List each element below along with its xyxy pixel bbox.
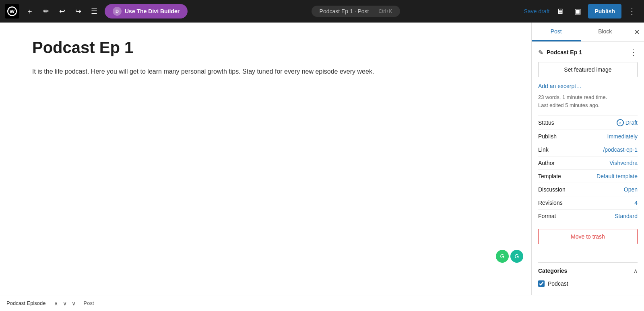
sidebar-toggle-button[interactable]: ▣ [570, 4, 585, 19]
template-label: Template [538, 173, 561, 179]
author-value[interactable]: Vishvendra [609, 160, 638, 166]
sidebar-options-button[interactable]: ⋮ [630, 48, 638, 56]
word-count-text: 23 words, 1 minute read time. Last edite… [538, 93, 638, 109]
search-shortcut: Ctrl+K [379, 8, 392, 14]
divi-label: Use The Divi Builder [125, 8, 180, 14]
more-options-icon: ⋮ [628, 6, 636, 16]
discussion-label: Discussion [538, 186, 566, 193]
svg-text:W: W [10, 8, 15, 14]
post-content[interactable]: It is the life podcast. Here you will ge… [32, 66, 499, 77]
chevron-down-icon: ∨ [63, 300, 67, 307]
editor-area: Podcast Ep 1 It is the life podcast. Her… [0, 23, 531, 295]
toolbar-right: Save draft 🖥 ▣ Publish ⋮ [524, 4, 639, 19]
wp-logo: W [5, 4, 19, 19]
link-label: Link [538, 146, 549, 153]
sidebar-close-button[interactable]: ✕ [630, 25, 644, 39]
redo-button[interactable]: ↪ [71, 4, 85, 19]
toolbar-more-button[interactable]: ⋮ [625, 4, 639, 19]
grammarly-button-2[interactable]: G [510, 250, 523, 263]
chevron-down-button[interactable]: ∨ [61, 299, 68, 307]
divi-logo-icon: D [113, 7, 122, 16]
template-row: Template Default template [538, 169, 638, 183]
format-value[interactable]: Standard [615, 213, 638, 219]
chevron-up-icon: ∧ [634, 268, 638, 274]
grammarly-icon-1: G [500, 253, 505, 260]
revisions-value[interactable]: 4 [634, 200, 638, 206]
grammarly-icon-2: G [515, 253, 519, 260]
search-placeholder: Podcast Ep 1 · Post [320, 8, 369, 14]
category-podcast-item: Podcast [538, 279, 638, 288]
publish-label: Publish [538, 133, 557, 140]
status-bar: Podcast Episode ∧ ∨ ∨ Post [0, 295, 644, 311]
block-nav-chevrons: ∧ ∨ ∨ [52, 299, 77, 307]
revisions-row: Revisions 4 [538, 196, 638, 209]
categories-header: Categories ∧ [538, 262, 638, 279]
pen-icon: ✎ [538, 49, 543, 56]
author-row: Author Vishvendra [538, 156, 638, 169]
categories-title: Categories [538, 268, 567, 274]
tools-button[interactable]: ✏ [39, 4, 53, 19]
plus-icon: ＋ [26, 6, 33, 16]
categories-section: Categories ∧ Podcast [532, 262, 644, 295]
discussion-value[interactable]: Open [624, 186, 638, 193]
chevron-right-icon: ∨ [72, 300, 76, 307]
undo-icon: ↩ [59, 7, 65, 16]
publish-row: Publish Immediately [538, 130, 638, 143]
categories-toggle-button[interactable]: ∧ [634, 268, 638, 274]
save-draft-button[interactable]: Save draft [524, 8, 550, 14]
preview-button[interactable]: 🖥 [553, 4, 567, 19]
draft-icon: ○ [617, 119, 624, 126]
grammarly-button-1[interactable]: G [496, 250, 509, 263]
close-icon: ✕ [634, 28, 640, 37]
chevron-up-icon: ∧ [54, 300, 58, 307]
chevron-right-button[interactable]: ∨ [70, 299, 77, 307]
tab-post[interactable]: Post [532, 23, 581, 41]
sidebar-toggle-icon: ▣ [574, 7, 581, 16]
tools-icon: ✏ [43, 7, 49, 16]
category-podcast-checkbox[interactable] [538, 280, 545, 287]
post-title[interactable]: Podcast Ep 1 [32, 39, 499, 57]
sidebar-post-title-row: ✎ Podcast Ep 1 [538, 49, 582, 56]
discussion-row: Discussion Open [538, 183, 638, 196]
sidebar-post-name: Podcast Ep 1 [547, 49, 582, 56]
status-row: Status ○ Draft [538, 115, 638, 130]
right-sidebar: Post Block ✕ ✎ Podcast Ep 1 ⋮ Set featur… [531, 23, 644, 295]
publish-button[interactable]: Publish [588, 4, 621, 19]
wp-logo-icon: W [7, 6, 17, 16]
status-value[interactable]: ○ Draft [617, 119, 638, 126]
block-type-label: Podcast Episode [6, 300, 46, 306]
set-featured-image-button[interactable]: Set featured image [538, 62, 638, 77]
link-value[interactable]: /podcast-ep-1 [603, 146, 638, 153]
link-row: Link /podcast-ep-1 [538, 143, 638, 156]
publish-value[interactable]: Immediately [607, 133, 638, 140]
add-block-button[interactable]: ＋ [23, 4, 37, 19]
list-view-button[interactable]: ☰ [87, 4, 101, 19]
revisions-label: Revisions [538, 200, 563, 206]
status-label: Status [538, 119, 554, 126]
redo-icon: ↪ [75, 7, 81, 16]
format-label: Format [538, 213, 556, 219]
divi-builder-button[interactable]: D Use The Divi Builder [105, 4, 188, 19]
main-layout: Podcast Ep 1 It is the life podcast. Her… [0, 23, 644, 295]
format-row: Format Standard [538, 209, 638, 222]
preview-icon: 🖥 [556, 7, 564, 16]
ellipsis-vertical-icon: ⋮ [630, 48, 638, 57]
toolbar: W ＋ ✏ ↩ ↪ ☰ D Use The Divi Builder Podca… [0, 0, 644, 23]
chevron-up-button[interactable]: ∧ [52, 299, 60, 307]
move-to-trash-button[interactable]: Move to trash [538, 229, 638, 244]
tab-block[interactable]: Block [581, 23, 630, 41]
sidebar-content: ✎ Podcast Ep 1 ⋮ Set featured image Add … [532, 42, 644, 262]
sidebar-header: Post Block ✕ [532, 23, 644, 42]
category-podcast-label[interactable]: Podcast [548, 280, 568, 287]
floating-icons: G G [496, 250, 523, 263]
undo-button[interactable]: ↩ [55, 4, 69, 19]
author-label: Author [538, 160, 555, 166]
sidebar-post-header: ✎ Podcast Ep 1 ⋮ [538, 48, 638, 56]
toolbar-center: Podcast Ep 1 · Post Ctrl+K [189, 6, 522, 17]
block-path-label: Post [84, 300, 94, 306]
command-palette[interactable]: Podcast Ep 1 · Post Ctrl+K [312, 6, 400, 17]
list-view-icon: ☰ [91, 7, 97, 16]
template-value[interactable]: Default template [597, 173, 638, 179]
add-excerpt-link[interactable]: Add an excerpt… [538, 83, 638, 89]
